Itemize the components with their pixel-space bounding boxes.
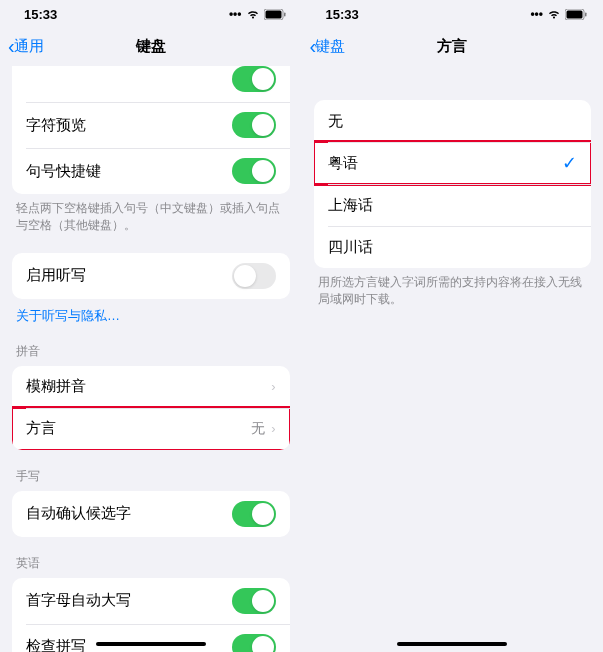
battery-icon	[264, 9, 286, 20]
chevron-right-icon: ›	[271, 379, 275, 394]
dialect-option-cantonese[interactable]: 粤语 ✓	[314, 142, 592, 184]
cell-label: 上海话	[328, 196, 373, 215]
toggle-switch[interactable]	[232, 501, 276, 527]
row-enable-dictation[interactable]: 启用听写	[12, 253, 290, 299]
toggle-switch[interactable]	[232, 634, 276, 652]
row-period-shortcut[interactable]: 句号快捷键	[12, 148, 290, 194]
dialect-content: 无 粤语 ✓ 上海话 四川话 用所选方言键入字词所需的支持内容将在接入无线局域网…	[302, 64, 604, 652]
toggle-switch[interactable]	[232, 112, 276, 138]
svg-rect-2	[284, 12, 286, 16]
battery-icon	[565, 9, 587, 20]
status-icons: •••	[530, 7, 587, 21]
group-header: 英语	[0, 555, 302, 578]
screen-keyboard-settings: 15:33 ••• ‹ 通用 键盘 字符预览	[0, 0, 302, 652]
cellular-dots-icon: •••	[530, 7, 543, 21]
group-header: 拼音	[0, 343, 302, 366]
chevron-right-icon: ›	[271, 421, 275, 436]
svg-rect-5	[585, 12, 587, 16]
status-bar: 15:33 •••	[0, 0, 302, 28]
status-icons: •••	[229, 7, 286, 21]
nav-back-label: 键盘	[315, 37, 345, 56]
toggle-switch[interactable]	[232, 588, 276, 614]
toggle-switch[interactable]	[232, 66, 276, 92]
group-general: 字符预览 句号快捷键 轻点两下空格键插入句号（中文键盘）或插入句点与空格（其他键…	[0, 66, 302, 235]
cell-label: 方言	[26, 419, 56, 438]
wifi-icon	[246, 9, 260, 19]
nav-title: 键盘	[0, 37, 302, 56]
row-check-spelling[interactable]: 检查拼写	[12, 624, 290, 652]
group-handwriting: 手写 自动确认候选字	[0, 468, 302, 537]
cell-label: 检查拼写	[26, 637, 86, 652]
toggle-switch[interactable]	[232, 263, 276, 289]
checkmark-icon: ✓	[562, 152, 577, 174]
nav-back-label: 通用	[14, 37, 44, 56]
dialect-option-sichuanese[interactable]: 四川话	[314, 226, 592, 268]
svg-rect-1	[265, 10, 281, 18]
dialect-option-none[interactable]: 无	[314, 100, 592, 142]
dialect-option-shanghainese[interactable]: 上海话	[314, 184, 592, 226]
screen-dialect-selection: 15:33 ••• ‹ 键盘 方言 无 粤语 ✓ 上海话 四川话	[302, 0, 604, 652]
cell-label: 无	[328, 112, 343, 131]
row-dialect[interactable]: 方言 无 ›	[12, 408, 290, 450]
group-dictation: 启用听写 关于听写与隐私…	[0, 253, 302, 325]
row-fuzzy-pinyin[interactable]: 模糊拼音 ›	[12, 366, 290, 408]
row-partial-toggle[interactable]	[12, 66, 290, 102]
nav-bar: ‹ 通用 键盘	[0, 28, 302, 64]
status-time: 15:33	[24, 7, 57, 22]
home-indicator[interactable]	[397, 642, 507, 646]
svg-rect-4	[567, 10, 583, 18]
group-footer: 轻点两下空格键插入句号（中文键盘）或插入句点与空格（其他键盘）。	[0, 194, 302, 235]
toggle-switch[interactable]	[232, 158, 276, 184]
cell-label: 模糊拼音	[26, 377, 86, 396]
dialect-footer: 用所选方言键入字词所需的支持内容将在接入无线局域网时下载。	[302, 268, 604, 309]
cell-label: 字符预览	[26, 116, 86, 135]
nav-back-button[interactable]: ‹ 通用	[8, 35, 44, 58]
dictation-privacy-link[interactable]: 关于听写与隐私…	[0, 299, 302, 325]
home-indicator[interactable]	[96, 642, 206, 646]
wifi-icon	[547, 9, 561, 19]
group-header: 手写	[0, 468, 302, 491]
row-character-preview[interactable]: 字符预览	[12, 102, 290, 148]
group-english: 英语 首字母自动大写 检查拼写 输入预测 滑行键入时逐词删除	[0, 555, 302, 652]
cell-label: 自动确认候选字	[26, 504, 131, 523]
status-bar: 15:33 •••	[302, 0, 604, 28]
row-auto-confirm-candidate[interactable]: 自动确认候选字	[12, 491, 290, 537]
cell-label: 粤语	[328, 154, 358, 173]
status-time: 15:33	[326, 7, 359, 22]
nav-back-button[interactable]: ‹ 键盘	[310, 35, 346, 58]
cellular-dots-icon: •••	[229, 7, 242, 21]
settings-content: 字符预览 句号快捷键 轻点两下空格键插入句号（中文键盘）或插入句点与空格（其他键…	[0, 64, 302, 652]
row-auto-capitalize[interactable]: 首字母自动大写	[12, 578, 290, 624]
cell-label: 首字母自动大写	[26, 591, 131, 610]
dialect-list: 无 粤语 ✓ 上海话 四川话	[314, 100, 592, 268]
cell-label: 句号快捷键	[26, 162, 101, 181]
nav-bar: ‹ 键盘 方言	[302, 28, 604, 64]
group-pinyin: 拼音 模糊拼音 › 方言 无 ›	[0, 343, 302, 450]
cell-value: 无	[251, 420, 265, 438]
nav-title: 方言	[302, 37, 604, 56]
cell-label: 四川话	[328, 238, 373, 257]
cell-label: 启用听写	[26, 266, 86, 285]
